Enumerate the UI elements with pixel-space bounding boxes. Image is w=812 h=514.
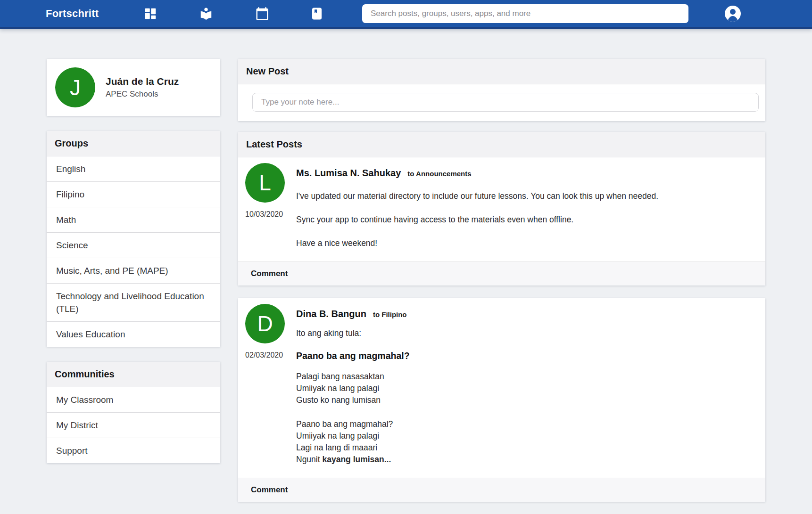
communities-section-title: Communities [47, 362, 220, 387]
user-organization: APEC Schools [106, 90, 179, 99]
communities-section: Communities My Classroom My District Sup… [47, 362, 220, 463]
user-card: J Juán de la Cruz APEC Schools [47, 59, 220, 116]
post-2-stanza-1: Palagi bang nasasaktan Umiiyak na lang p… [296, 371, 756, 406]
sidebar-item-values-education[interactable]: Values Education [47, 322, 220, 347]
post-1: L 10/03/2020 Ms. Lumisa N. Sahukay to An… [238, 157, 765, 261]
library-nav-button[interactable] [199, 6, 214, 21]
book-icon [310, 7, 324, 21]
post-1-comment-button[interactable]: Comment [238, 261, 765, 286]
user-avatar: J [55, 67, 95, 107]
calendar-nav-button[interactable] [255, 6, 270, 21]
post-2-last-line: Ngunit kayang lumisan... [296, 454, 756, 465]
post-2-audience: to Filipino [373, 310, 407, 318]
post-2-avatar: D [245, 304, 285, 343]
sidebar-item-my-classroom[interactable]: My Classroom [47, 387, 220, 413]
post-1-audience: to Announcements [407, 170, 471, 178]
post-2: D 02/03/2020 Dina B. Bangun to Filipino … [238, 298, 765, 478]
new-post-title: New Post [238, 59, 765, 84]
sidebar-item-math[interactable]: Math [47, 207, 220, 233]
groups-section-title: Groups [47, 131, 220, 156]
post-1-avatar: L [245, 163, 285, 203]
post-2-intro: Ito ang aking tula: [296, 327, 756, 339]
dashboard-icon [143, 7, 157, 21]
groups-section: Groups English Filipino Math Science Mus… [47, 131, 220, 347]
post-1-date: 10/03/2020 [245, 210, 296, 219]
profile-menu-button[interactable] [725, 6, 741, 22]
sidebar-item-science[interactable]: Science [47, 233, 220, 258]
post-1-paragraph: I've updated our material directory to i… [296, 190, 756, 202]
sidebar-item-support[interactable]: Support [47, 438, 220, 463]
library-icon [199, 7, 213, 21]
latest-posts-title: Latest Posts [238, 132, 765, 157]
sidebar-item-mape[interactable]: Music, Arts, and PE (MAPE) [47, 258, 220, 284]
sidebar-item-my-district[interactable]: My District [47, 413, 220, 438]
post-1-paragraph: Have a nice weekend! [296, 237, 756, 249]
user-name: Juán de la Cruz [106, 76, 179, 87]
dashboard-nav-button[interactable] [143, 6, 158, 21]
sidebar: J Juán de la Cruz APEC Schools Groups En… [47, 59, 220, 463]
search-input[interactable] [362, 4, 688, 23]
book-nav-button[interactable] [309, 6, 324, 21]
post-2-author: Dina B. Bangun [296, 309, 366, 319]
new-post-card: New Post [238, 59, 765, 121]
post-2-comment-button[interactable]: Comment [238, 478, 765, 502]
latest-posts-card: Latest Posts L 10/03/2020 Ms. Lumisa N. … [238, 132, 765, 286]
calendar-icon [255, 7, 269, 21]
app-brand[interactable]: Fortschritt [46, 8, 99, 20]
post-2-card: D 02/03/2020 Dina B. Bangun to Filipino … [238, 298, 765, 502]
sidebar-item-english[interactable]: English [47, 156, 220, 182]
post-1-paragraph: Sync your app to continue having access … [296, 213, 756, 226]
sidebar-item-tle[interactable]: Technology and Livelihood Education (TLE… [47, 284, 220, 322]
post-2-stanza-2: Paano ba ang magmahal? Umiiyak na lang p… [296, 418, 756, 465]
new-post-input[interactable] [252, 93, 759, 112]
top-navigation-bar: Fortschritt [0, 0, 812, 29]
post-2-poem-title: Paano ba ang magmahal? [296, 351, 756, 361]
sidebar-item-filipino[interactable]: Filipino [47, 182, 220, 207]
post-2-date: 02/03/2020 [245, 351, 296, 359]
post-1-author: Ms. Lumisa N. Sahukay [296, 168, 401, 179]
main-content: New Post Latest Posts L 10/03/2020 Ms. L… [238, 59, 765, 502]
